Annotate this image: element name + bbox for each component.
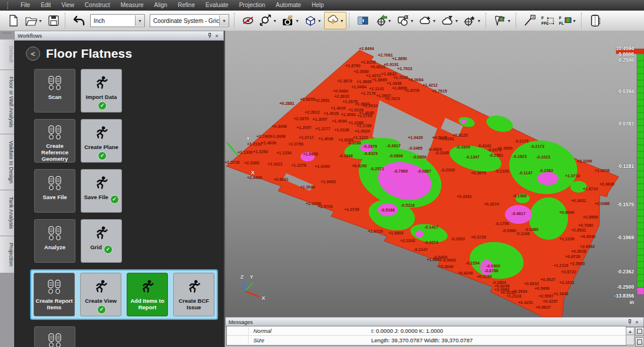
panel-layout-button-2[interactable]: [635, 338, 644, 346]
workflow-step-grid[interactable]: Grid✓: [81, 219, 122, 263]
menu-automate[interactable]: Automate: [270, 0, 306, 11]
deviation-label: +1.7923: [397, 67, 412, 71]
dropdown-arrow-icon[interactable]: ▼: [432, 19, 437, 23]
menu-projection[interactable]: Projection: [234, 0, 270, 11]
deviation-label: -0.2382: [539, 168, 553, 173]
deviation-label: -0.2879: [363, 144, 377, 148]
runner-icon: [94, 174, 109, 193]
workflow-step-create-reference-geometry[interactable]: Create Reference Geometry: [34, 119, 75, 163]
menu-help[interactable]: Help: [306, 0, 329, 11]
menu-construct[interactable]: Construct: [80, 0, 115, 11]
deviation-label: +1.0739: [344, 207, 359, 211]
workflow-step-save-file[interactable]: Save File: [34, 169, 75, 213]
sidebar-tab-default[interactable]: Default: [0, 39, 14, 70]
menu-measure[interactable]: Measure: [115, 0, 149, 11]
view-cube-button[interactable]: ▼: [302, 12, 324, 29]
clipping-box-button[interactable]: [354, 12, 372, 29]
menu-file[interactable]: File: [15, 0, 35, 11]
deviation-label: +0.8125: [453, 133, 468, 137]
workflow-step-scan[interactable]: Scan: [34, 69, 75, 113]
screenshot-button[interactable]: ▼: [279, 12, 302, 29]
close-icon[interactable]: ×: [213, 32, 220, 39]
combobox-arrow-icon[interactable]: ▼: [219, 15, 229, 26]
close-icon[interactable]: ×: [633, 319, 640, 325]
menu-refine[interactable]: Refine: [173, 0, 200, 11]
sidebar-tab-floor-or-wall-analysis[interactable]: Floor or Wall Analysis: [0, 70, 14, 134]
combobox-arrow-icon[interactable]: ▼: [135, 15, 144, 26]
dimension-line-button[interactable]: [521, 12, 539, 29]
menu-align[interactable]: Align: [149, 0, 173, 11]
filter-point-cloud-button[interactable]: ▼: [439, 12, 461, 29]
tank-analysis-button[interactable]: [586, 12, 604, 29]
workflow-row: Analyze Grid✓: [34, 219, 224, 263]
workflow-step-export-report[interactable]: Export Report: [34, 326, 75, 347]
workflow-step-create-plane[interactable]: Create Plane✓: [81, 119, 122, 163]
deviation-label: +0.4513: [370, 65, 385, 69]
dropdown-arrow-icon[interactable]: ▼: [38, 19, 42, 23]
deviation-label: +0.6240: [458, 271, 473, 275]
deviation-label: +1.4028: [323, 111, 339, 115]
back-button[interactable]: <: [26, 47, 40, 61]
ff-fl-color-button[interactable]: FFL ▼: [556, 12, 579, 29]
dropdown-arrow-icon[interactable]: ▼: [388, 19, 392, 23]
pin-icon[interactable]: [206, 32, 213, 39]
save-button[interactable]: [45, 12, 62, 29]
dropdown-arrow-icon[interactable]: ▼: [295, 19, 299, 23]
workflow-step-import-data[interactable]: Import Data✓: [81, 69, 122, 113]
footprints-icon: [46, 174, 64, 193]
color-scale-tick: -0.0394: [617, 88, 634, 94]
deviation-label: +1.6903: [388, 231, 404, 235]
messages-scrollbar[interactable]: ▲: [626, 327, 635, 345]
workflow-step-create-view[interactable]: Create View✓: [80, 273, 121, 316]
deviation-label: -0.1756: [495, 222, 509, 226]
move-coordinate-button[interactable]: ▼: [372, 12, 394, 29]
workflow-step-analyze[interactable]: Analyze: [34, 219, 75, 263]
texture-flag-icon: [493, 14, 506, 27]
sidebar-tab-validate-to-design[interactable]: Validate to Design: [0, 134, 14, 190]
deviation-label: +1.2192: [247, 142, 262, 146]
dropdown-arrow-icon[interactable]: ▼: [572, 19, 576, 23]
deviation-label: -0.6329: [364, 151, 378, 156]
dropdown-arrow-icon[interactable]: ▼: [477, 19, 481, 23]
deviation-label: +2.5067: [539, 294, 554, 298]
viewport-3d[interactable]: +2.8494+2.7061+1.3850+1.6105+0.4513+1.87…: [224, 31, 644, 317]
ff-fl-grid-button[interactable]: FFFL: [539, 12, 556, 29]
sidebar-tab-projection[interactable]: Projection: [0, 236, 14, 273]
new-document-button[interactable]: [5, 12, 22, 29]
cloud-select-button[interactable]: ▼: [324, 12, 346, 29]
dropdown-arrow-icon[interactable]: ▼: [455, 19, 459, 23]
unit-combobox[interactable]: Inch ▼: [90, 14, 145, 27]
create-point-button[interactable]: ▼: [461, 12, 483, 29]
dropdown-arrow-icon[interactable]: ▼: [340, 19, 344, 23]
pin-icon[interactable]: [626, 319, 633, 325]
tabstrip-grip: [3, 32, 11, 39]
panel-layout-button-1[interactable]: [635, 327, 644, 336]
save-icon: [47, 14, 60, 27]
dropdown-arrow-icon[interactable]: ▼: [318, 19, 322, 23]
open-file-button[interactable]: ▼: [22, 12, 45, 29]
texture-map-button[interactable]: ▼: [491, 12, 513, 29]
sidebar-tab-tank-analysis[interactable]: Tank Analysis: [0, 190, 14, 236]
deviation-label: +2.3369: [244, 161, 259, 165]
menu-edit[interactable]: Edit: [35, 0, 56, 11]
dropdown-arrow-icon[interactable]: ▼: [507, 19, 511, 23]
message-row[interactable]: Size Length: 39,370.0787 Width: 39,370.0…: [227, 336, 626, 345]
undo-button[interactable]: [70, 12, 88, 29]
menu-evaluate[interactable]: Evaluate: [200, 0, 234, 11]
workflow-step-create-report-items[interactable]: Create Report Items: [34, 273, 75, 316]
workflow-row: Scan Import Data✓: [34, 69, 224, 113]
workflow-step-create-bcf-issue[interactable]: Create BCF Issue: [173, 273, 214, 316]
workflow-step-add-items-to-report[interactable]: Add Items to Report: [127, 273, 168, 316]
zoom-tool-button[interactable]: ▼: [257, 12, 279, 29]
deviation-label: +0.3431: [571, 199, 586, 203]
message-row[interactable]: Normal I: 0.0000 J: 0.0000 K: 1.0000: [227, 326, 626, 336]
hide-points-button[interactable]: [239, 12, 257, 29]
dropdown-arrow-icon[interactable]: ▼: [273, 19, 277, 23]
geometry-shapes-button[interactable]: ▼: [394, 12, 417, 29]
workflow-step-save-file[interactable]: Save File✓: [81, 169, 122, 213]
scroll-up-icon[interactable]: ▲: [626, 328, 634, 335]
menu-view[interactable]: View: [56, 0, 80, 11]
coordinate-system-combobox[interactable]: Coordinate System - Gric ▼: [150, 14, 229, 27]
dropdown-arrow-icon[interactable]: ▼: [410, 19, 414, 23]
add-point-cloud-button[interactable]: ▼: [417, 12, 439, 29]
